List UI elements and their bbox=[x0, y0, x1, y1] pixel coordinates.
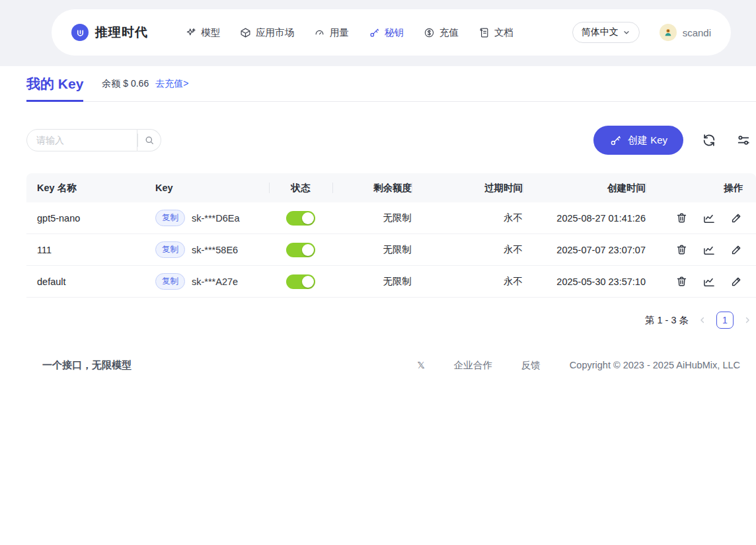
delete-button[interactable] bbox=[675, 212, 688, 224]
sparkles-icon bbox=[185, 27, 196, 38]
footer-links: 𝕏 企业合作 反馈 Copyright © 2023 - 2025 AiHubM… bbox=[417, 359, 740, 372]
analytics-button[interactable] bbox=[702, 275, 716, 288]
nav-item-label: 用量 bbox=[330, 26, 349, 39]
nav-item-docs[interactable]: 文档 bbox=[478, 26, 513, 39]
toggle-knob bbox=[302, 212, 314, 224]
search-icon bbox=[144, 135, 155, 146]
tab-my-keys[interactable]: 我的 Key bbox=[26, 66, 83, 101]
filter-sliders-icon bbox=[736, 133, 751, 147]
toggle-knob bbox=[302, 276, 314, 288]
keys-table: Key 名称 Key 状态 剩余额度 过期时间 创建时间 操作 gpt5-nan… bbox=[26, 173, 756, 298]
trash-icon bbox=[675, 275, 688, 288]
nav-item-label: 充值 bbox=[439, 26, 459, 39]
key-name: 111 bbox=[26, 245, 155, 255]
document-icon bbox=[478, 27, 490, 38]
toolbar: 创建 Key bbox=[26, 126, 752, 155]
feedback-link[interactable]: 反馈 bbox=[521, 359, 541, 372]
table-header-row: Key 名称 Key 状态 剩余额度 过期时间 创建时间 操作 bbox=[26, 173, 756, 202]
header-key-name: Key 名称 bbox=[26, 173, 155, 202]
footer: 一个接口，无限模型 𝕏 企业合作 反馈 Copyright © 2023 - 2… bbox=[0, 351, 756, 380]
toggle-knob bbox=[302, 244, 314, 256]
created-time: 2025-08-27 01:41:26 bbox=[523, 213, 646, 224]
status-toggle[interactable] bbox=[286, 243, 315, 257]
nav-item-models[interactable]: 模型 bbox=[185, 26, 220, 39]
prev-page-button[interactable] bbox=[698, 315, 707, 325]
footer-tagline: 一个接口，无限模型 bbox=[42, 359, 132, 372]
quota: 无限制 bbox=[332, 212, 412, 224]
copyright: Copyright © 2023 - 2025 AiHubMix, LLC bbox=[570, 360, 740, 370]
filter-settings-button[interactable] bbox=[735, 132, 752, 149]
quota: 无限制 bbox=[332, 275, 412, 288]
search-button[interactable] bbox=[137, 129, 161, 151]
top-background-band: 推理时代 模型 应用市场 用量 秘钥 充值 bbox=[0, 0, 756, 66]
language-selector[interactable]: 简体中文 bbox=[572, 22, 640, 43]
created-time: 2025-05-30 23:57:10 bbox=[523, 276, 646, 287]
nav-item-label: 应用市场 bbox=[256, 26, 294, 39]
copy-button[interactable]: 复制 bbox=[155, 210, 185, 226]
chevron-down-icon bbox=[623, 28, 630, 36]
enterprise-link[interactable]: 企业合作 bbox=[454, 359, 492, 372]
brand-name: 推理时代 bbox=[95, 24, 148, 41]
header-created: 创建时间 bbox=[523, 173, 646, 202]
edit-button[interactable] bbox=[730, 275, 743, 288]
key-name: gpt5-nano bbox=[26, 213, 155, 224]
nav-item-label: 文档 bbox=[494, 26, 513, 39]
expire-time: 永不 bbox=[412, 212, 523, 224]
nav-item-keys[interactable]: 秘钥 bbox=[369, 26, 404, 39]
main-nav: 模型 应用市场 用量 秘钥 充值 文档 bbox=[185, 26, 513, 39]
key-name: default bbox=[26, 276, 155, 287]
create-key-button[interactable]: 创建 Key bbox=[593, 126, 683, 155]
line-chart-icon bbox=[702, 243, 716, 257]
pencil-icon bbox=[730, 243, 743, 256]
pencil-icon bbox=[730, 212, 743, 224]
gauge-icon bbox=[314, 27, 325, 38]
user-menu[interactable]: scandi bbox=[660, 24, 711, 41]
nav-item-usage[interactable]: 用量 bbox=[314, 26, 349, 39]
username: scandi bbox=[683, 27, 711, 38]
pagination-summary: 第 1 - 3 条 bbox=[645, 314, 689, 327]
status-toggle[interactable] bbox=[286, 274, 315, 289]
nav-right: 简体中文 scandi bbox=[572, 22, 711, 43]
nav-item-app-market[interactable]: 应用市场 bbox=[240, 26, 294, 39]
nav-item-recharge[interactable]: 充值 bbox=[424, 26, 459, 39]
avatar bbox=[660, 24, 677, 41]
refresh-icon bbox=[702, 133, 716, 147]
header-actions: 操作 bbox=[646, 173, 756, 202]
status-toggle[interactable] bbox=[286, 211, 315, 226]
copy-button[interactable]: 复制 bbox=[155, 273, 185, 290]
table-row: gpt5-nano 复制 sk-***D6Ea 无限制 永不 2025-08-2… bbox=[26, 202, 756, 234]
table-row: 111 复制 sk-***58E6 无限制 永不 2025-07-07 23:0… bbox=[26, 234, 756, 266]
chevron-right-icon bbox=[743, 315, 752, 325]
page-title: 我的 Key bbox=[26, 75, 83, 93]
chevron-left-icon bbox=[698, 315, 707, 325]
page-number-1[interactable]: 1 bbox=[716, 312, 734, 329]
dollar-circle-icon bbox=[424, 27, 435, 38]
next-page-button[interactable] bbox=[743, 315, 752, 325]
toolbar-right: 创建 Key bbox=[593, 126, 752, 155]
language-label: 简体中文 bbox=[582, 26, 619, 38]
search-input[interactable] bbox=[26, 129, 137, 151]
navbar: 推理时代 模型 应用市场 用量 秘钥 充值 bbox=[52, 9, 731, 56]
trash-icon bbox=[675, 243, 688, 256]
package-icon bbox=[240, 27, 251, 38]
header-status: 状态 bbox=[269, 173, 332, 202]
pencil-icon bbox=[730, 275, 743, 288]
delete-button[interactable] bbox=[675, 243, 688, 256]
line-chart-icon bbox=[702, 212, 716, 225]
key-icon bbox=[369, 27, 380, 38]
analytics-button[interactable] bbox=[702, 212, 716, 225]
create-key-label: 创建 Key bbox=[628, 134, 667, 147]
edit-button[interactable] bbox=[730, 212, 743, 224]
table-row: default 复制 sk-***A27e 无限制 永不 2025-05-30 … bbox=[26, 266, 756, 298]
created-time: 2025-07-07 23:07:07 bbox=[523, 245, 646, 255]
delete-button[interactable] bbox=[675, 275, 688, 288]
key-icon bbox=[609, 134, 622, 147]
analytics-button[interactable] bbox=[702, 243, 716, 257]
recharge-link[interactable]: 去充值> bbox=[155, 78, 188, 90]
brand[interactable]: 推理时代 bbox=[71, 24, 148, 41]
edit-button[interactable] bbox=[730, 243, 743, 256]
trash-icon bbox=[675, 212, 688, 224]
x-twitter-link[interactable]: 𝕏 bbox=[417, 360, 425, 370]
copy-button[interactable]: 复制 bbox=[155, 241, 185, 258]
refresh-button[interactable] bbox=[700, 132, 718, 149]
